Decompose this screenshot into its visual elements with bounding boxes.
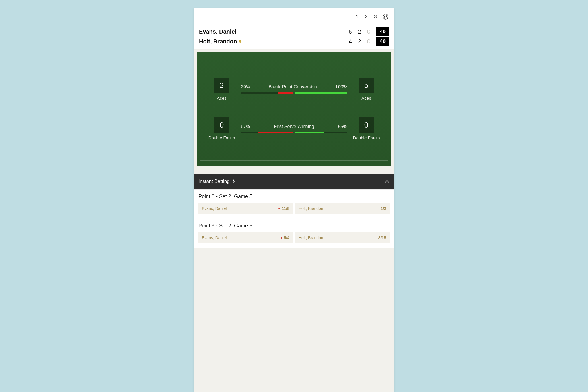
set-col-3: 3 [373,14,378,20]
court-container: 2 Aces 29% Break Point Conversion 100% [194,49,394,169]
odds-down-icon: ▼ [278,207,281,210]
stat-right-box: 5 Aces [351,69,382,109]
bet-option[interactable]: Evans, Daniel ▼ 5/4 [198,232,293,243]
stat-value: 5 [359,78,374,93]
stat-left-box: 0 Double Faults [206,109,237,148]
instant-betting-title: Instant Betting [198,179,230,184]
bet-option[interactable]: Holt, Brandon 1/2 [295,203,390,214]
player-name: Holt, Brandon [199,38,348,45]
match-card: 1 2 3 Evans, Daniel 6 2 0 40 Holt, Brand… [194,8,394,392]
player-row: Holt, Brandon 4 2 0 40 [199,36,389,46]
player-name-text: Holt, Brandon [199,38,237,45]
serving-indicator-icon [239,40,241,43]
player-scores: 6 2 0 40 [348,27,389,36]
set-col-2: 2 [364,14,369,20]
bar-left-fill [258,132,293,133]
set-score: 4 [348,38,353,45]
bet-option-name: Holt, Brandon [299,206,323,211]
bet-option-name: Holt, Brandon [299,235,323,240]
player-row: Evans, Daniel 6 2 0 40 [199,27,389,36]
stats-grid: 2 Aces 29% Break Point Conversion 100% [206,69,382,148]
player-scores: 4 2 0 40 [348,37,389,46]
lightning-icon [232,179,236,185]
bet-option-name: Evans, Daniel [202,206,227,211]
stat-bar [237,132,351,133]
stat-value: 0 [214,117,229,133]
player-name-text: Evans, Daniel [199,28,236,35]
instant-betting: Instant Betting Point 8 - Set 2, Game 5 … [194,174,394,248]
scoreboard-header: 1 2 3 [194,8,394,25]
set-score: 0 [366,28,371,35]
scoreboard: Evans, Daniel 6 2 0 40 Holt, Brandon 4 2… [194,25,394,49]
stat-center: 67% First Serve Winning 55% [237,109,351,148]
point-score: 40 [376,27,389,36]
tennis-ball-icon [382,13,389,20]
bet-block-title: Point 9 - Set 2, Game 5 [198,223,390,229]
bet-block-title: Point 8 - Set 2, Game 5 [198,194,390,200]
stat-title: First Serve Winning [250,124,338,129]
set-score: 2 [357,38,362,45]
point-score: 40 [376,37,389,46]
bet-block: Point 8 - Set 2, Game 5 Evans, Daniel ▼ … [194,189,394,219]
odds-down-icon: ▼ [280,236,283,240]
stat-title: Break Point Conversion [250,84,335,90]
bet-option-odds: 1/2 [381,206,386,211]
set-score: 0 [366,38,371,45]
bet-option-name: Evans, Daniel [202,235,227,240]
bet-option-odds: 8/15 [378,235,386,240]
bar-right-fill [295,132,324,133]
stat-label: Double Faults [353,135,380,140]
bet-option-odds: ▼ 5/4 [280,235,289,240]
stat-left-pct: 29% [241,84,250,90]
bet-option[interactable]: Holt, Brandon 8/15 [295,232,390,243]
bet-option-odds: ▼ 11/8 [278,206,289,211]
bar-left-fill [278,92,293,94]
stat-right-pct: 100% [335,84,347,90]
stat-label: Aces [217,96,226,101]
tennis-court: 2 Aces 29% Break Point Conversion 100% [197,52,391,166]
stat-value: 0 [359,117,374,133]
set-col-1: 1 [355,14,360,20]
stat-value: 2 [214,78,229,93]
player-name: Evans, Daniel [199,28,348,35]
chevron-up-icon [384,179,390,184]
stat-center: 29% Break Point Conversion 100% [237,69,351,109]
set-score: 2 [357,28,362,35]
svg-point-0 [383,14,388,19]
stat-label: Double Faults [208,135,235,140]
stat-label: Aces [361,96,371,101]
bar-right-fill [295,92,347,94]
instant-betting-header[interactable]: Instant Betting [194,174,394,189]
bet-block: Point 9 - Set 2, Game 5 Evans, Daniel ▼ … [194,219,394,248]
set-score: 6 [348,28,353,35]
bet-option[interactable]: Evans, Daniel ▼ 11/8 [198,203,293,214]
stat-right-pct: 55% [338,124,347,129]
stat-left-box: 2 Aces [206,69,237,109]
stat-bar [237,92,351,94]
stat-left-pct: 67% [241,124,250,129]
stat-right-box: 0 Double Faults [351,109,382,148]
